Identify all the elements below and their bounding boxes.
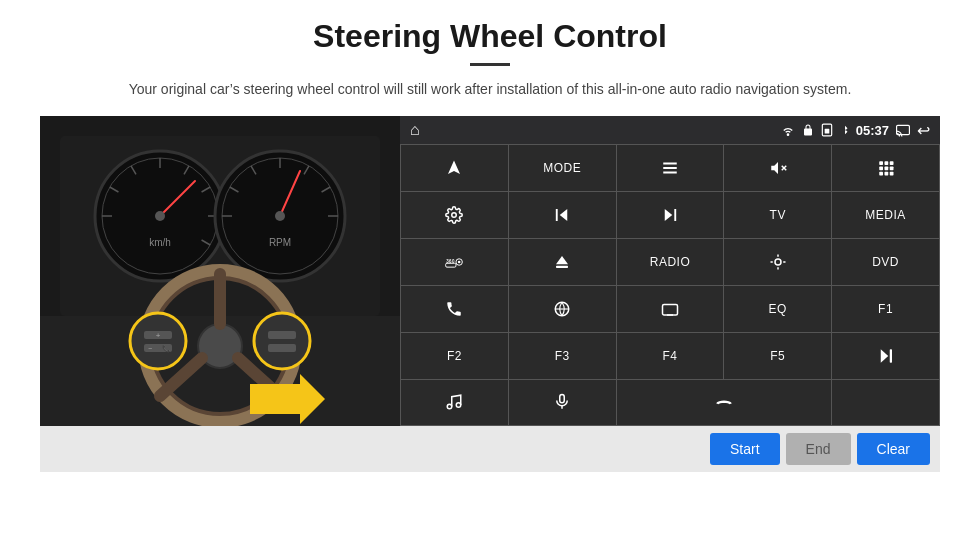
content-row: km/h RPM (40, 116, 940, 426)
btn-media[interactable]: MEDIA (832, 192, 939, 238)
start-button[interactable]: Start (710, 433, 780, 465)
svg-text:−: − (148, 345, 152, 352)
btn-f1[interactable]: F1 (832, 286, 939, 332)
svg-rect-56 (884, 167, 888, 171)
sim-icon (820, 123, 834, 137)
status-bar: ⌂ 05:37 (400, 116, 940, 144)
svg-rect-43 (268, 331, 296, 339)
btn-360[interactable]: 360 (401, 239, 508, 285)
svg-point-67 (458, 261, 461, 264)
svg-rect-52 (879, 162, 883, 166)
btn-music[interactable] (401, 380, 508, 426)
btn-mute[interactable] (724, 145, 831, 191)
page-container: Steering Wheel Control Your original car… (0, 0, 980, 544)
page-subtitle: Your original car’s steering wheel contr… (129, 78, 852, 100)
svg-rect-48 (824, 129, 829, 134)
svg-point-27 (275, 211, 285, 221)
btn-screen[interactable] (617, 286, 724, 332)
button-grid: MODE (400, 144, 940, 426)
svg-rect-80 (889, 349, 891, 363)
svg-point-81 (448, 405, 453, 410)
svg-point-15 (155, 211, 165, 221)
svg-text:+: + (156, 331, 161, 340)
status-icons: 05:37 ↩ (780, 121, 930, 140)
btn-f5[interactable]: F5 (724, 333, 831, 379)
end-button[interactable]: End (786, 433, 851, 465)
title-divider (470, 63, 510, 66)
btn-empty (832, 380, 939, 426)
btn-f2[interactable]: F2 (401, 333, 508, 379)
clear-button[interactable]: Clear (857, 433, 930, 465)
svg-rect-58 (879, 172, 883, 176)
btn-list[interactable] (617, 145, 724, 191)
svg-rect-55 (879, 167, 883, 171)
bluetooth-icon (840, 123, 850, 137)
svg-rect-54 (889, 162, 893, 166)
svg-rect-53 (884, 162, 888, 166)
svg-point-61 (452, 213, 457, 218)
svg-point-70 (775, 259, 781, 265)
svg-rect-49 (897, 126, 910, 135)
btn-eject[interactable] (509, 239, 616, 285)
btn-eq[interactable]: EQ (724, 286, 831, 332)
btn-settings[interactable] (401, 192, 508, 238)
svg-text:km/h: km/h (149, 237, 171, 248)
btn-dvd[interactable]: DVD (832, 239, 939, 285)
svg-marker-68 (556, 256, 568, 264)
btn-next[interactable] (617, 192, 724, 238)
lock-icon (802, 123, 814, 137)
btn-prev[interactable] (509, 192, 616, 238)
btn-mic[interactable] (509, 380, 616, 426)
btn-f4[interactable]: F4 (617, 333, 724, 379)
svg-rect-77 (662, 304, 677, 315)
btn-mode[interactable]: MODE (509, 145, 616, 191)
btn-playpause[interactable] (832, 333, 939, 379)
wifi-icon (780, 124, 796, 136)
svg-rect-60 (889, 172, 893, 176)
svg-rect-59 (884, 172, 888, 176)
btn-hangup[interactable] (617, 380, 832, 426)
car-image: km/h RPM (40, 116, 400, 426)
btn-globe[interactable] (509, 286, 616, 332)
svg-rect-65 (446, 263, 456, 267)
svg-text:📞: 📞 (162, 344, 171, 353)
svg-rect-44 (268, 344, 296, 352)
btn-tv[interactable]: TV (724, 192, 831, 238)
cast-icon (895, 123, 911, 137)
svg-marker-79 (880, 349, 888, 363)
page-title: Steering Wheel Control (313, 18, 667, 55)
btn-apps[interactable] (832, 145, 939, 191)
back-icon[interactable]: ↩ (917, 121, 930, 140)
svg-text:RPM: RPM (269, 237, 291, 248)
svg-rect-69 (556, 266, 568, 268)
svg-point-82 (457, 403, 462, 408)
svg-rect-57 (889, 167, 893, 171)
btn-navigate[interactable] (401, 145, 508, 191)
radio-panel: ⌂ 05:37 (400, 116, 940, 426)
status-time: 05:37 (856, 123, 889, 138)
btn-f3[interactable]: F3 (509, 333, 616, 379)
svg-rect-83 (560, 395, 565, 403)
action-row: Start End Clear (40, 426, 940, 472)
btn-phone[interactable] (401, 286, 508, 332)
btn-brightness[interactable] (724, 239, 831, 285)
btn-radio[interactable]: RADIO (617, 239, 724, 285)
home-icon[interactable]: ⌂ (410, 121, 420, 139)
